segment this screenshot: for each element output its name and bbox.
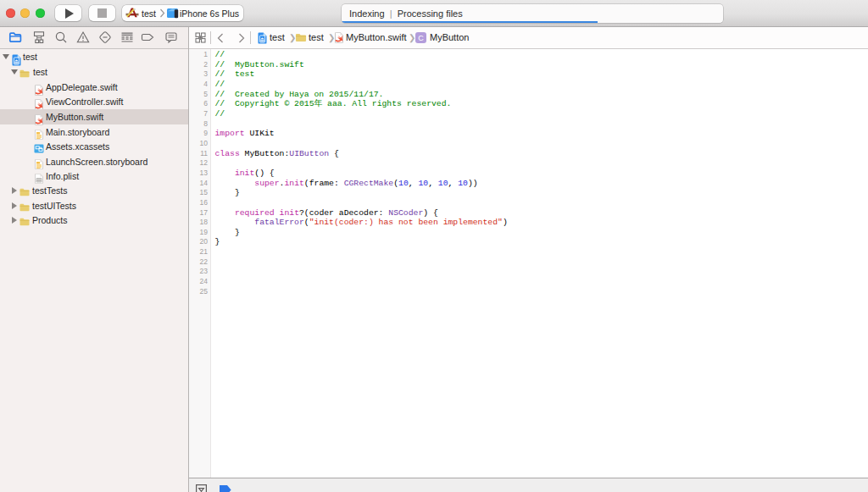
svg-text:C: C — [418, 34, 424, 42]
